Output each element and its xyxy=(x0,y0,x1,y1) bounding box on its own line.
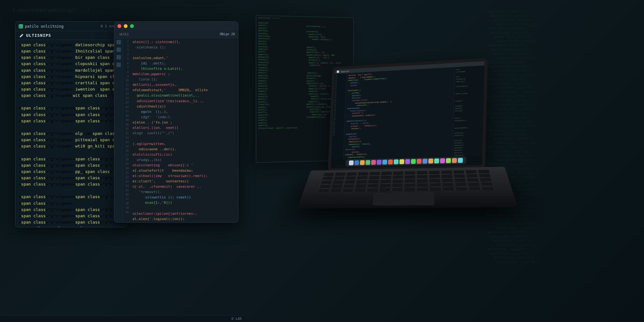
keyboard-key[interactable] xyxy=(333,176,345,180)
dock-app-icon[interactable] xyxy=(452,158,457,163)
keyboard-key[interactable] xyxy=(368,180,379,183)
git-icon[interactable] xyxy=(117,55,121,59)
keyboard-key[interactable] xyxy=(454,182,467,186)
debug-icon[interactable] xyxy=(117,63,121,67)
dock-app-icon[interactable] xyxy=(422,159,427,164)
keyboard-key[interactable] xyxy=(369,172,380,175)
keyboard-key[interactable] xyxy=(354,188,366,192)
keyboard-key[interactable] xyxy=(404,183,416,187)
keyboard-key[interactable] xyxy=(379,184,391,188)
keyboard-key[interactable] xyxy=(355,184,367,188)
dock-app-icon[interactable] xyxy=(360,160,364,165)
keyboard-key[interactable] xyxy=(404,188,416,192)
keyboard-key[interactable] xyxy=(392,175,404,179)
keyboard-key[interactable] xyxy=(442,187,455,191)
dock-app-icon[interactable] xyxy=(440,158,445,163)
keyboard-key[interactable] xyxy=(342,188,354,192)
dock-app-icon[interactable] xyxy=(399,159,404,164)
keyboard-key[interactable] xyxy=(323,173,334,176)
keyboard-key[interactable] xyxy=(381,171,392,175)
keyboard-key[interactable] xyxy=(467,182,480,186)
tab-1[interactable]: uLtLi xyxy=(117,32,131,36)
keyboard-key[interactable] xyxy=(343,184,355,188)
keyboard-key[interactable] xyxy=(442,179,453,182)
keyboard-key[interactable] xyxy=(478,169,490,173)
dock-app-icon[interactable] xyxy=(371,160,376,165)
keyboard-key[interactable] xyxy=(467,178,479,182)
ultisnips-titlebar[interactable]: patilo onlcitning O 1 ore xyxy=(15,22,127,31)
keyboard-key[interactable] xyxy=(319,185,331,188)
dock-app-icon[interactable] xyxy=(388,159,393,164)
keyboard-key[interactable] xyxy=(380,180,391,183)
mac-titlebar[interactable] xyxy=(114,22,238,31)
keyboard-key[interactable] xyxy=(455,187,468,191)
laptop-keyboard[interactable] xyxy=(318,169,495,192)
tab-2[interactable] xyxy=(134,34,138,35)
keyboard-key[interactable] xyxy=(379,188,391,192)
dock-app-icon[interactable] xyxy=(382,160,387,165)
keyboard-key[interactable] xyxy=(380,175,392,179)
keyboard-key[interactable] xyxy=(345,176,356,180)
keyboard-key[interactable] xyxy=(322,176,333,180)
keyboard-key[interactable] xyxy=(404,175,416,179)
keyboard-key[interactable] xyxy=(346,172,357,176)
keyboard-key[interactable] xyxy=(367,188,379,192)
keyboard-key[interactable] xyxy=(367,184,379,188)
keyboard-key[interactable] xyxy=(478,174,491,177)
dock-app-icon[interactable] xyxy=(446,158,451,163)
keyboard-key[interactable] xyxy=(465,170,477,174)
apple-icon[interactable] xyxy=(337,70,339,73)
keyboard-key[interactable] xyxy=(334,172,346,176)
search-icon[interactable] xyxy=(117,47,121,52)
ultisnips-tab[interactable]: ULTISNIPS xyxy=(15,31,127,40)
keyboard-key[interactable] xyxy=(368,176,380,180)
dock-app-icon[interactable] xyxy=(434,158,439,164)
laptop-code-main[interactable]: deroron eta'l apertl|,emnatic ('anerlemm… xyxy=(343,67,455,159)
files-icon[interactable] xyxy=(117,40,121,44)
keyboard-key[interactable] xyxy=(393,171,404,175)
keyboard-key[interactable] xyxy=(466,174,478,178)
ultisnips-code-body[interactable]: <span class="g">{span> datiesorchip<span… xyxy=(15,40,127,227)
maximize-icon[interactable] xyxy=(130,24,134,28)
keyboard-key[interactable] xyxy=(357,176,368,180)
keyboard-key[interactable] xyxy=(392,179,403,183)
keyboard-key[interactable] xyxy=(404,179,416,183)
keyboard-key[interactable] xyxy=(480,182,493,186)
keyboard-key[interactable] xyxy=(429,179,441,182)
keyboard-key[interactable] xyxy=(453,174,466,178)
keyboard-key[interactable] xyxy=(332,180,344,184)
dock-app-icon[interactable] xyxy=(458,158,463,163)
dock-app-icon[interactable] xyxy=(365,160,370,165)
dock-app-icon[interactable] xyxy=(416,159,421,164)
close-icon[interactable] xyxy=(117,24,121,28)
keyboard-key[interactable] xyxy=(344,180,356,184)
keyboard-key[interactable] xyxy=(429,171,440,175)
dock-app-icon[interactable] xyxy=(354,160,359,165)
keyboard-key[interactable] xyxy=(417,187,429,192)
keyboard-key[interactable] xyxy=(417,179,428,183)
keyboard-key[interactable] xyxy=(453,170,465,174)
keyboard-key[interactable] xyxy=(417,171,428,175)
dock-app-icon[interactable] xyxy=(405,159,410,164)
keyboard-key[interactable] xyxy=(482,186,495,191)
keyboard-key[interactable] xyxy=(417,183,428,187)
mac-tabbar[interactable]: uLtLi ONign 20 xyxy=(114,31,238,38)
dock-app-icon[interactable] xyxy=(377,160,382,165)
keyboard-key[interactable] xyxy=(392,183,403,187)
dock-app-icon[interactable] xyxy=(411,159,416,164)
keyboard-key[interactable] xyxy=(442,183,454,187)
keyboard-key[interactable] xyxy=(331,184,343,188)
keyboard-key[interactable] xyxy=(405,171,416,175)
keyboard-key[interactable] xyxy=(429,175,441,178)
laptop-trackpad[interactable] xyxy=(373,192,434,205)
dock-app-icon[interactable] xyxy=(428,158,433,164)
keyboard-key[interactable] xyxy=(441,170,452,174)
dock-app-icon[interactable] xyxy=(393,159,398,164)
keyboard-key[interactable] xyxy=(441,174,453,178)
keyboard-key[interactable] xyxy=(330,189,342,193)
keyboard-key[interactable] xyxy=(321,180,332,184)
keyboard-key[interactable] xyxy=(318,189,330,193)
keyboard-key[interactable] xyxy=(468,187,481,191)
keyboard-key[interactable] xyxy=(454,178,466,182)
mac-code-body[interactable]: alein(([.: cistniomill, -nietshania (); … xyxy=(130,38,238,222)
